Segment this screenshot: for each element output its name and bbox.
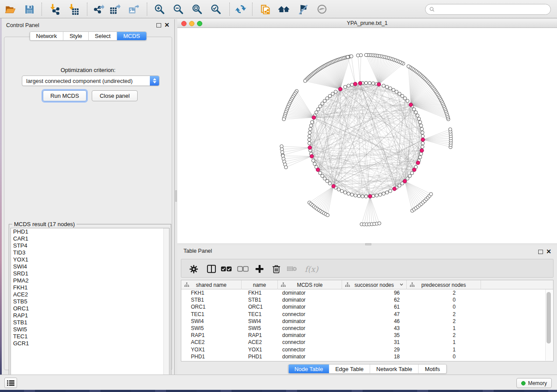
network-node	[311, 120, 314, 124]
network-titlebar[interactable]: YPA_prune.txt_1	[177, 19, 557, 28]
float-panel-icon[interactable]	[538, 250, 543, 254]
table-row[interactable]: SWI5SWI5connector431	[181, 325, 553, 332]
search-input[interactable]	[437, 7, 547, 13]
import-network-icon[interactable]	[46, 1, 62, 17]
mcds-result-item[interactable]: STB5	[11, 298, 169, 305]
tab-network-table[interactable]: Network Table	[370, 364, 419, 373]
tab-motifs[interactable]: Motifs	[419, 364, 446, 373]
task-history-button[interactable]	[4, 378, 17, 388]
network-node	[385, 191, 389, 194]
mcds-result-item[interactable]: TEC1	[11, 333, 169, 340]
close-panel-icon[interactable]: ✕	[546, 248, 551, 255]
network-node	[308, 131, 311, 134]
column-header-successor-nodes[interactable]: successor nodes	[342, 280, 407, 289]
main-toolbar	[0, 0, 557, 18]
mcds-result-item[interactable]: PMA2	[11, 277, 169, 284]
mcds-result-item[interactable]: SWI5	[11, 326, 169, 333]
table-row[interactable]: TEC1TEC1connector472	[181, 311, 553, 318]
table-settings-icon[interactable]	[187, 263, 200, 275]
table-row[interactable]: FKH1FKH1dominator962	[181, 289, 553, 296]
cell: ORC1	[181, 303, 242, 310]
splitter-grip[interactable]	[175, 190, 177, 202]
table-row[interactable]: ORC1ORC1dominator610	[181, 303, 553, 310]
mcds-result-item[interactable]: STB1	[11, 319, 169, 326]
mcds-result-item[interactable]: SWI4	[11, 263, 169, 270]
mcds-result-item[interactable]: STP4	[11, 242, 169, 249]
mcds-result-item[interactable]: FKH1	[11, 284, 169, 291]
table-scrollbar[interactable]	[545, 289, 552, 361]
mcds-result-item[interactable]: YOX1	[11, 256, 169, 263]
first-neighbors-icon[interactable]	[276, 1, 292, 17]
column-header-predecessor-nodes[interactable]: predecessor nodes	[407, 280, 481, 289]
import-table-icon[interactable]	[65, 1, 81, 17]
delete-column-icon[interactable]	[270, 263, 283, 275]
close-panel-icon[interactable]: ✕	[164, 21, 170, 28]
show-all-icon[interactable]	[314, 1, 330, 17]
column-label: predecessor nodes	[421, 282, 466, 288]
zoom-fit-icon[interactable]	[189, 1, 205, 17]
run-mcds-button[interactable]: Run MCDS	[43, 90, 86, 101]
memory-button[interactable]: Memory	[516, 378, 552, 388]
close-panel-button[interactable]: Close panel	[92, 90, 138, 101]
network-node	[326, 213, 329, 217]
column-label: shared name	[196, 282, 226, 288]
split-columns-icon[interactable]	[205, 263, 218, 275]
zoom-selected-icon[interactable]	[208, 1, 224, 17]
mcds-result-item[interactable]: ORC1	[11, 305, 169, 312]
hide-selected-icon[interactable]	[295, 1, 311, 17]
column-header-mcds-role[interactable]: MCDS role	[278, 280, 342, 289]
network-node	[364, 53, 368, 57]
table-row[interactable]: SWI4SWI4dominator462	[181, 318, 553, 325]
add-column-icon[interactable]	[253, 263, 266, 275]
new-network-from-selection-icon[interactable]	[257, 1, 273, 17]
save-session-icon[interactable]	[21, 1, 37, 17]
table-row[interactable]: STB1STB1dominator620	[181, 296, 553, 303]
tab-select[interactable]: Select	[89, 32, 117, 40]
mcds-result-item[interactable]: GCR1	[11, 340, 169, 347]
tab-network[interactable]: Network	[30, 32, 63, 40]
export-network-icon[interactable]	[91, 1, 107, 17]
export-table-icon[interactable]	[107, 1, 123, 17]
table-row[interactable]: RAP1RAP1dominator352	[181, 332, 553, 339]
table-row[interactable]: PHD1PHD1dominator180	[181, 353, 553, 360]
cell: 0	[407, 353, 481, 360]
scrollbar-thumb[interactable]	[547, 292, 551, 344]
float-panel-icon[interactable]	[156, 23, 161, 28]
mcds-result-item[interactable]: CAR1	[11, 235, 169, 242]
mcds-result-item[interactable]: TID3	[11, 249, 169, 256]
mcds-result-item[interactable]: ACE2	[11, 291, 169, 298]
tab-edge-table[interactable]: Edge Table	[329, 364, 370, 373]
export-image-icon[interactable]	[126, 1, 142, 17]
tab-style[interactable]: Style	[63, 32, 89, 40]
table-row[interactable]: ACE2ACE2connector311	[181, 339, 553, 346]
tab-node-table[interactable]: Node Table	[288, 364, 329, 373]
table-panel: Table Panel ✕ f(x) shared namenameMCDS r…	[177, 245, 557, 375]
destroy-table-icon[interactable]	[285, 263, 298, 275]
cell: dominator	[278, 353, 342, 360]
refresh-icon[interactable]	[233, 1, 249, 17]
function-builder-icon[interactable]: f(x)	[302, 263, 321, 275]
mcds-result-list[interactable]: PHD1CAR1STP4TID3YOX1SWI4SRD1PMA2FKH1ACE2…	[10, 228, 170, 382]
column-header-name[interactable]: name	[242, 280, 278, 289]
open-session-icon[interactable]	[2, 1, 18, 17]
table-row[interactable]: YOX1YOX1connector291	[181, 346, 553, 353]
select-all-icon[interactable]	[220, 263, 233, 275]
tab-mcds[interactable]: MCDS	[117, 32, 146, 40]
column-label: MCDS role	[297, 282, 323, 288]
network-canvas[interactable]	[177, 28, 557, 243]
criterion-dropdown[interactable]: largest connected component (undirected)	[22, 76, 159, 86]
control-panel-title: Control Panel	[6, 22, 39, 28]
mcds-result-item[interactable]: RAP1	[11, 312, 169, 319]
mcds-node	[377, 83, 381, 86]
mcds-result-item[interactable]: SRD1	[11, 270, 169, 277]
network-node	[368, 81, 371, 85]
zoom-out-icon[interactable]	[170, 1, 186, 17]
cell: 1	[407, 346, 481, 353]
deselect-all-icon[interactable]	[236, 263, 249, 275]
column-header-shared-name[interactable]: shared name	[181, 280, 242, 289]
result-scrollbar[interactable]	[163, 228, 169, 382]
network-node	[419, 124, 423, 127]
zoom-in-icon[interactable]	[152, 1, 167, 17]
mcds-result-item[interactable]: PHD1	[11, 228, 169, 235]
cell: 96	[342, 289, 407, 296]
